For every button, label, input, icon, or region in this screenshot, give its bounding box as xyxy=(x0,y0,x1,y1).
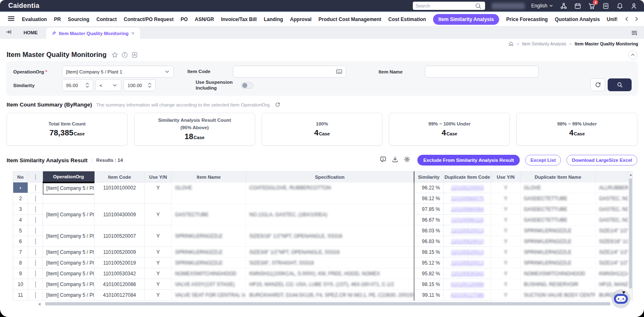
menu-icon[interactable] xyxy=(7,15,15,24)
summary-refresh-icon[interactable] xyxy=(275,102,280,109)
col-duplicate-spec[interactable] xyxy=(596,172,629,182)
row-checkbox[interactable] xyxy=(35,217,36,223)
row-checkbox[interactable] xyxy=(35,270,36,277)
row-checkbox[interactable] xyxy=(35,249,36,255)
cell-duplicate-item-code[interactable]: 110100530343 xyxy=(444,268,491,279)
col-no[interactable]: No xyxy=(13,172,28,182)
search-button[interactable] xyxy=(608,78,632,91)
cell-item-code[interactable]: 110100520009 xyxy=(95,247,145,258)
cell-use-yn[interactable]: Y xyxy=(145,225,172,247)
row-checkbox-cell[interactable] xyxy=(28,258,43,268)
cell-specification[interactable]: SIZE3/8", STRAIGHT, SS316 xyxy=(246,258,414,268)
row-checkbox[interactable] xyxy=(35,238,36,245)
grid-info-icon[interactable] xyxy=(380,156,386,164)
collapse-filter-button[interactable] xyxy=(628,50,637,59)
cell-item-code[interactable]: 110100530342 xyxy=(95,268,145,279)
cell-duplicate-item-code[interactable]: 110100520013 xyxy=(444,247,491,258)
tab-home[interactable]: HOME xyxy=(20,30,46,39)
nav-item[interactable]: Landing xyxy=(264,17,283,22)
cell-item-name[interactable]: VALVE ASSY(1ST STAGE) xyxy=(172,279,246,290)
cell-duplicate-item-code[interactable]: 110100560116 xyxy=(444,215,491,225)
similarity-min-input[interactable]: 95.00 xyxy=(62,79,93,91)
cell-use-yn[interactable]: Y xyxy=(145,258,172,268)
cell-duplicate-item-code[interactable]: 410100127086 xyxy=(444,290,491,300)
nav-item[interactable]: PR xyxy=(54,17,61,22)
cell-specification[interactable]: COATEDGLOVE, RUBBERCOTTON xyxy=(246,182,414,204)
col-duplicate-use-yn[interactable]: Use Y/N xyxy=(491,172,521,182)
scroll-left-icon[interactable] xyxy=(38,303,40,306)
cell-item-code[interactable]: 110100100002 xyxy=(95,182,145,204)
row-checkbox[interactable] xyxy=(35,281,36,288)
horizontal-scrollbar-thumb[interactable] xyxy=(45,302,611,305)
duplicate-item-code-link[interactable]: 110100560064 xyxy=(451,206,483,212)
download-largesize-excel-button[interactable]: Download LargeSize Excel xyxy=(566,155,637,166)
cell-item-name[interactable]: SPRINKLERNOZZLE xyxy=(172,225,246,247)
cell-item-code[interactable]: 110100430009 xyxy=(95,204,145,225)
table-row[interactable]: 9[Item] Company 5 / Plant 1110100530342Y… xyxy=(13,268,629,279)
operation-org-select[interactable]: [Item] Company 5 / Plant 1 xyxy=(62,66,174,78)
row-checkbox-cell[interactable] xyxy=(28,236,43,247)
table-row[interactable]: 7[Item] Company 5 / Plant 1110100520009Y… xyxy=(13,247,629,258)
nav-item[interactable]: Unified Price Info xyxy=(607,17,617,22)
cell-operation-org[interactable]: [Item] Company 5 / Plant 1 xyxy=(43,182,95,204)
search-icon[interactable] xyxy=(475,2,482,9)
cell-duplicate-item-code[interactable]: 110100520013 xyxy=(444,225,491,236)
cell-use-yn[interactable]: Y xyxy=(145,290,172,300)
except-list-button[interactable]: Except List xyxy=(525,155,561,166)
item-name-input[interactable] xyxy=(425,66,539,78)
use-suspension-toggle[interactable] xyxy=(241,82,253,89)
cell-operation-org[interactable]: [Item] Company 5 / Plant 1 xyxy=(43,290,95,300)
global-search[interactable] xyxy=(413,2,485,10)
cell-operation-org[interactable]: [Item] Company 5 / Plant 1 xyxy=(43,268,95,279)
cart-icon[interactable]: 4 xyxy=(588,2,595,9)
manual-icon[interactable] xyxy=(131,52,138,58)
cell-use-yn[interactable]: Y xyxy=(145,279,172,290)
row-checkbox-cell[interactable] xyxy=(28,268,43,279)
col-item-code[interactable]: Item Code xyxy=(95,172,145,182)
nav-item[interactable]: Price Forecasting xyxy=(506,17,548,22)
row-selector-arrow[interactable]: › xyxy=(13,182,28,193)
cell-item-name[interactable]: NOMEXSWITCHINGHOOD xyxy=(172,268,246,279)
nav-prev-icon[interactable] xyxy=(624,16,629,23)
row-checkbox[interactable] xyxy=(35,292,36,298)
home-icon[interactable] xyxy=(509,41,514,46)
nav-item[interactable]: Contract/PO Request xyxy=(124,17,174,22)
select-all-checkbox[interactable] xyxy=(35,174,36,180)
info-icon[interactable] xyxy=(121,52,128,58)
col-duplicate-item-name[interactable]: Duplicate Item Name xyxy=(521,172,596,182)
nav-next-icon[interactable] xyxy=(634,16,639,23)
favorite-star-icon[interactable] xyxy=(111,52,118,58)
app-logo[interactable]: Caidentia xyxy=(8,2,40,9)
ai-assistant-button[interactable] xyxy=(611,289,630,308)
keyboard-icon[interactable] xyxy=(336,69,342,74)
cell-item-code[interactable]: 110100520007 xyxy=(95,225,145,247)
similarity-max-input[interactable]: 100.00 xyxy=(123,79,156,91)
row-checkbox[interactable] xyxy=(35,206,36,213)
expand-panel-icon[interactable] xyxy=(6,29,12,37)
cell-specification[interactable]: SIZE5/16" 1/2"NPT, OPENANGLE, SS316 xyxy=(246,225,414,247)
cell-specification[interactable]: BURCKHARDT, D144.5X135, F4, SPEZ.CR NI M… xyxy=(246,290,414,300)
table-row[interactable]: 3[Item] Company 5 / Plant 1110100430009Y… xyxy=(13,204,629,215)
gear-icon[interactable] xyxy=(404,156,410,164)
cell-specification[interactable]: SIZE3/8" 1/2"NPT, OPENANGLE, SS316 xyxy=(246,247,414,258)
row-checkbox-cell[interactable] xyxy=(28,182,43,193)
row-checkbox-cell[interactable] xyxy=(28,225,43,236)
nav-item[interactable]: Sourcing xyxy=(68,17,89,22)
cell-use-yn[interactable]: Y xyxy=(145,182,172,204)
vertical-scrollbar-thumb[interactable] xyxy=(629,178,632,289)
cell-specification[interactable]: NO.131LA, GASTEC, (1BX/100EA) xyxy=(246,204,414,225)
col-specification[interactable]: Specification xyxy=(246,172,414,182)
col-operation-org[interactable]: OperationOrg xyxy=(43,172,95,182)
duplicate-item-code-link[interactable]: 110100520013 xyxy=(451,260,483,266)
download-icon[interactable] xyxy=(392,156,398,164)
duplicate-item-code-link[interactable]: 110100520013 xyxy=(451,228,483,234)
cell-duplicate-item-code[interactable]: 110100560075 xyxy=(444,193,491,204)
nav-item[interactable]: Invoice/Tax Bill xyxy=(221,17,256,22)
table-row[interactable]: 11[Item] Company 5 / Plant 1410100127084… xyxy=(13,290,629,300)
user-profile-icon[interactable] xyxy=(630,2,637,9)
col-item-name[interactable]: Item Name xyxy=(172,172,246,182)
duplicate-item-code-link[interactable]: 110100520013 xyxy=(451,249,483,255)
row-checkbox-cell[interactable] xyxy=(28,290,43,300)
cell-operation-org[interactable]: [Item] Company 5 / Plant 1 xyxy=(43,279,95,290)
item-code-input[interactable] xyxy=(233,66,346,78)
